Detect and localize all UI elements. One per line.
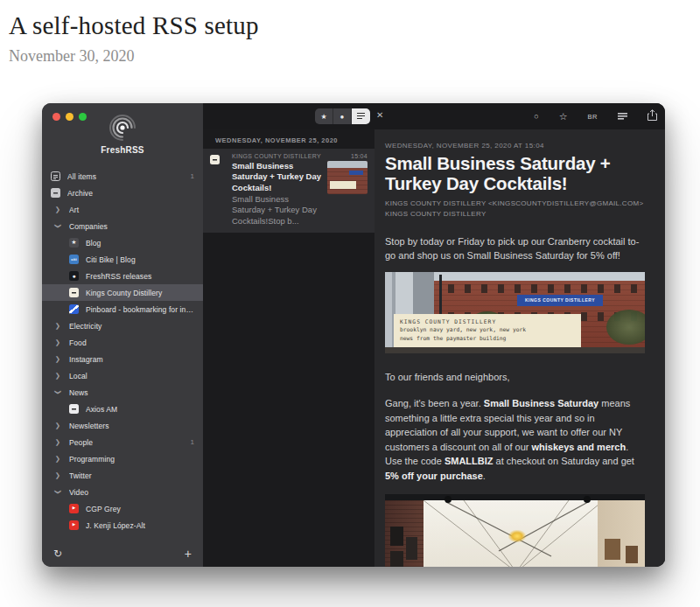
photo-street: [385, 347, 645, 353]
sidebar-item-label: Local: [69, 372, 194, 380]
axios-icon: [69, 404, 79, 414]
list-item-source: KINGS COUNTY DISTILLERY: [232, 153, 321, 159]
feed-icon: [51, 171, 60, 181]
sidebar-item-label: People: [69, 438, 187, 447]
sidebar-item-label: Art: [69, 206, 194, 214]
zoom-window-button[interactable]: [79, 113, 87, 121]
list-item-thumbnail: [327, 161, 368, 194]
sidebar: FreshRSS All items1ArchiveArtCompaniesBl…: [42, 103, 203, 567]
content-columns: WEDNESDAY, NOVEMBER 25, 2020 KINGS COUNT…: [203, 129, 665, 567]
chevron-right-icon: [52, 422, 63, 429]
sidebar-category-video[interactable]: Video: [42, 484, 203, 500]
list-item-meta: KINGS COUNTY DISTILLERY 15:04: [232, 153, 368, 159]
list-item-body: KINGS COUNTY DISTILLERY 15:04 Small Busi…: [232, 153, 368, 227]
text-run: Gang, it's been a year.: [385, 398, 484, 408]
chevron-right-icon: [52, 372, 63, 380]
sidebar-item-label: All items: [67, 172, 187, 181]
caption-line: KINGS COUNTY DISTILLERY: [400, 317, 575, 326]
photo-light-bulb: [505, 527, 529, 545]
list-lines-icon: [357, 113, 365, 120]
text-options-icon[interactable]: [618, 113, 627, 120]
star-article-icon[interactable]: ☆: [559, 111, 568, 122]
sidebar-category-food[interactable]: Food: [42, 334, 203, 351]
sidebar-item-label: News: [69, 388, 194, 397]
list-item-time: 15:04: [351, 153, 368, 159]
sidebar-category-news[interactable]: News: [42, 384, 203, 401]
sidebar-item-label: FreshRSS releases: [86, 272, 194, 281]
toolbar: ★ ● ✕ ○ ☆ BR: [203, 103, 665, 129]
reader-view-icon[interactable]: BR: [588, 113, 598, 121]
filter-unread-button[interactable]: ●: [333, 108, 352, 124]
close-window-button[interactable]: [52, 113, 60, 121]
chevron-right-icon: [52, 455, 63, 463]
chevron-right-icon: [52, 338, 63, 346]
sidebar-category-newsletters[interactable]: Newsletters: [42, 417, 203, 434]
mark-unread-icon[interactable]: ○: [534, 112, 538, 121]
unread-count: 1: [191, 172, 194, 180]
sidebar-item-citi-bike-blog[interactable]: Citi Bike | Blog: [42, 251, 203, 268]
refresh-icon[interactable]: ↻: [53, 548, 62, 560]
minimize-window-button[interactable]: [66, 113, 74, 121]
sidebar-item-pinboard-bookmarking-for-introverts[interactable]: Pinboard - bookmarking for introverts: [42, 301, 203, 317]
chevron-down-icon: [52, 388, 63, 396]
sidebar-category-companies[interactable]: Companies: [42, 218, 203, 234]
pinboard-icon: [69, 304, 79, 314]
thumb-sky: [327, 161, 368, 168]
sidebar-category-electricity[interactable]: Electricity: [42, 317, 203, 334]
sidebar-item-cgp-grey[interactable]: CGP Grey: [42, 500, 203, 517]
chevron-right-icon: [52, 355, 63, 363]
chevron-right-icon: [52, 471, 63, 479]
sidebar-category-people[interactable]: People1: [42, 434, 203, 450]
sidebar-category-local[interactable]: Local: [42, 367, 203, 384]
github-icon: [69, 271, 79, 281]
sidebar-item-freshrss-releases[interactable]: FreshRSS releases: [42, 268, 203, 284]
sidebar-item-archive[interactable]: Archive: [42, 185, 203, 201]
sidebar-item-all-items[interactable]: All items1: [42, 168, 203, 185]
sidebar-item-label: Twitter: [69, 471, 194, 480]
app-name: FreshRSS: [42, 145, 203, 155]
caption-line: news from the paymaster building: [400, 334, 575, 343]
share-icon[interactable]: [648, 108, 657, 124]
sidebar-item-label: Instagram: [69, 355, 194, 364]
list-item-texts: Small Business Saturday + Turkey Day Coc…: [232, 161, 323, 227]
filter-starred-button[interactable]: ★: [315, 108, 333, 124]
sidebar-item-label: Programming: [69, 455, 194, 464]
post-date: November 30, 2020: [9, 47, 700, 66]
sidebar-category-instagram[interactable]: Instagram: [42, 351, 203, 367]
window-controls: [52, 113, 87, 121]
sidebar-item-label: Blog: [86, 239, 194, 248]
add-feed-icon[interactable]: +: [185, 547, 192, 561]
list-item-preview: Small Business Saturday + Turkey Day Coc…: [232, 194, 323, 227]
kings-county-favicon-icon: [210, 155, 220, 164]
article-list: WEDNESDAY, NOVEMBER 25, 2020 KINGS COUNT…: [203, 129, 374, 567]
article-image-building: KINGS COUNTY DISTILLERY KINGS COUNTY DIS…: [385, 272, 645, 353]
article-pane: WEDNESDAY, NOVEMBER 25, 2020 AT 15:04 Sm…: [374, 129, 665, 567]
sidebar-item-blog[interactable]: Blog: [42, 234, 203, 251]
list-item[interactable]: KINGS COUNTY DISTILLERY 15:04 Small Busi…: [203, 149, 374, 233]
bold-text-run: whiskeys and merch: [532, 442, 626, 452]
post-title: A self-hosted RSS setup: [9, 11, 700, 40]
chevron-right-icon: [52, 206, 63, 213]
article-paragraph-3: Gang, it's been a year. Small Business S…: [385, 396, 648, 483]
youtube-icon: [69, 504, 79, 513]
star-icon: [69, 238, 79, 248]
chevron-right-icon: [52, 322, 63, 330]
bold-text-run: 5% off your purchase: [385, 471, 483, 481]
sidebar-item-kings-county-distillery[interactable]: Kings County Distillery: [42, 284, 203, 301]
chevron-down-icon: [52, 222, 63, 230]
align-lines-icon: [618, 113, 627, 120]
distillery-sign: KINGS COUNTY DISTILLERY: [517, 295, 603, 306]
close-filter-icon[interactable]: ✕: [376, 110, 383, 120]
photo-frames-wall: [598, 500, 645, 567]
sidebar-category-art[interactable]: Art: [42, 201, 203, 218]
bold-text-run: Small Business Saturday: [484, 398, 598, 408]
sidebar-item-label: Archive: [67, 189, 194, 198]
sidebar-item-axios-am[interactable]: Axios AM: [42, 401, 203, 417]
sidebar-item-j-kenji-l-pez-alt[interactable]: J. Kenji López-Alt: [42, 517, 203, 534]
photo-brick-wall-chalkboards: [385, 500, 424, 567]
sidebar-category-twitter[interactable]: Twitter: [42, 467, 203, 484]
filter-all-button[interactable]: [352, 108, 370, 124]
sidebar-category-programming[interactable]: Programming: [42, 450, 203, 467]
archive-icon: [51, 188, 60, 198]
text-run: .: [483, 471, 486, 481]
